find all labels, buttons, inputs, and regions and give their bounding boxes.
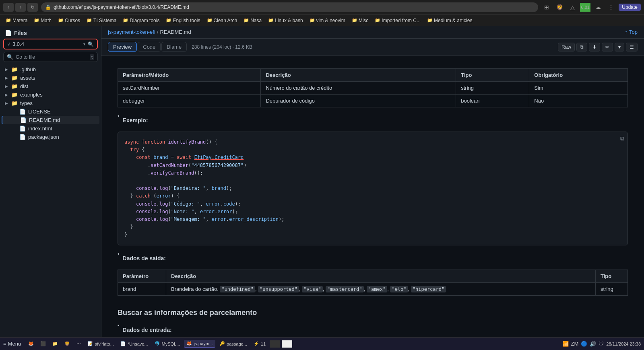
bookmark-medium[interactable]: 📁 Medium & articles bbox=[425, 17, 475, 24]
folder-icon: 📁 bbox=[310, 18, 315, 23]
taskbar-item-passage[interactable]: 🔑 passage... bbox=[217, 340, 250, 347]
copy-button[interactable]: ⧉ bbox=[576, 43, 587, 51]
outline-button[interactable]: ☰ bbox=[626, 43, 638, 51]
tree-item-license[interactable]: 📄 LICENSE bbox=[2, 107, 99, 116]
tab-code[interactable]: Code bbox=[138, 42, 161, 52]
taskbar-item-afviriato[interactable]: 📝 afviriato... bbox=[85, 340, 116, 347]
brave-rewards-icon[interactable]: △ bbox=[567, 3, 578, 12]
content-scroll[interactable]: Parâmetro/Método Descrição Tipo Obrigató… bbox=[101, 56, 644, 337]
taskbar-item-unsave[interactable]: 📄 *Unsave... bbox=[118, 340, 151, 347]
tree-item-index[interactable]: 📄 index.html bbox=[2, 124, 99, 133]
folder-icon: 📁 bbox=[427, 18, 433, 23]
taskbar-brave[interactable]: 🦁 bbox=[62, 340, 72, 347]
cell-desc: Número do cartão de crédito bbox=[261, 82, 456, 95]
taskbar-item-mysql[interactable]: 🐬 MySQL... bbox=[152, 340, 183, 347]
settings-icon[interactable]: ⋮ bbox=[606, 3, 616, 12]
app-label: MySQL... bbox=[162, 342, 180, 346]
forward-button[interactable]: › bbox=[15, 3, 26, 12]
edit-button[interactable]: ✏ bbox=[602, 43, 613, 51]
taskbar-item-js-payment[interactable]: 🦊 js-paym... bbox=[184, 340, 215, 348]
item-label: types bbox=[20, 100, 33, 106]
folder-icon: 📁 bbox=[11, 83, 18, 89]
dropdown-arrow-icon: ▾ bbox=[83, 42, 85, 46]
branch-name: 3.0.4 bbox=[12, 41, 81, 47]
bookmark-label: Diagram tools bbox=[130, 18, 159, 23]
bookmark-label: Nasa bbox=[250, 18, 262, 23]
table-row: brand Brandeira do cartão. "undefined", … bbox=[118, 283, 628, 296]
brave-icon[interactable]: 🦁 bbox=[554, 3, 565, 12]
taskbar-color-blocks bbox=[270, 340, 294, 348]
taskbar-terminal[interactable]: ⬛ bbox=[38, 340, 48, 347]
back-button[interactable]: ‹ bbox=[3, 3, 14, 12]
file-tree: ▶ 📁 .github ▶ 📁 assets ▶ 📁 dist ▶ 📁 exam… bbox=[0, 65, 101, 337]
bookmark-matera[interactable]: 📁 Matera bbox=[3, 17, 30, 24]
bookmark-imported[interactable]: 📁 Imported from C... bbox=[372, 17, 423, 24]
sync-icon[interactable]: ☁ bbox=[593, 3, 603, 12]
firefox-icon: 🦊 bbox=[28, 341, 34, 346]
lock-icon: 🔒 bbox=[45, 4, 51, 10]
bookmark-label: Math bbox=[41, 18, 52, 23]
extensions-icon[interactable]: ⊞ bbox=[541, 3, 552, 12]
breadcrumb-repo[interactable]: js-payment-token-efi bbox=[108, 29, 155, 35]
bookmark-vim[interactable]: 📁 vim & neovim bbox=[307, 17, 348, 24]
content-header: js-payment-token-efi / README.md ↑ Top bbox=[101, 26, 644, 39]
tab-blame[interactable]: Blame bbox=[161, 42, 187, 52]
taskbar-badge[interactable]: ⚡ 11 bbox=[251, 340, 268, 347]
tab-preview[interactable]: Preview bbox=[108, 42, 137, 52]
bookmark-clean-arch[interactable]: 📁 Clean Arch bbox=[204, 17, 240, 24]
branch-icon: ⑂ bbox=[7, 41, 10, 47]
bookmark-diagram[interactable]: 📁 Diagram tools bbox=[120, 17, 162, 24]
bullet-icon: • bbox=[118, 113, 120, 119]
tree-item-github[interactable]: ▶ 📁 .github bbox=[2, 65, 99, 74]
bookmark-english[interactable]: 📁 English tools bbox=[163, 17, 202, 24]
app-label: afviriato... bbox=[95, 342, 114, 346]
cell-param: debugger bbox=[118, 95, 261, 107]
bookmark-cursos[interactable]: 📁 Cursos bbox=[56, 17, 83, 24]
search-icon[interactable]: 🔍 bbox=[88, 41, 94, 47]
cell-desc: Brandeira do cartão. "undefined", "unsup… bbox=[166, 283, 596, 296]
files-icon: 📁 bbox=[52, 341, 58, 346]
file-icon: 📄 bbox=[19, 134, 26, 140]
code-copy-button[interactable]: ⧉ bbox=[620, 135, 624, 142]
top-link[interactable]: ↑ Top bbox=[625, 29, 638, 35]
folder-icon: 📁 bbox=[166, 18, 171, 23]
folder-icon: 📁 bbox=[268, 18, 274, 23]
breadcrumb-separator: / bbox=[157, 29, 159, 35]
raw-button[interactable]: Raw bbox=[558, 43, 575, 51]
item-label: examples bbox=[20, 92, 43, 98]
badge-icon: ⚡ bbox=[254, 341, 259, 346]
more-button[interactable]: ▾ bbox=[615, 43, 624, 51]
goto-file[interactable]: 🔍 Go to file t bbox=[3, 52, 98, 62]
app-icon: 🔑 bbox=[219, 341, 225, 346]
tree-item-assets[interactable]: ▶ 📁 assets bbox=[2, 74, 99, 82]
item-label: assets bbox=[20, 75, 35, 81]
taskbar-start[interactable]: ≡ Menu bbox=[3, 341, 21, 347]
bookmark-nasa[interactable]: 📁 Nasa bbox=[241, 17, 264, 24]
refresh-button[interactable]: ↻ bbox=[27, 3, 38, 12]
color-block-1 bbox=[270, 340, 280, 348]
tree-item-dist[interactable]: ▶ 📁 dist bbox=[2, 82, 99, 91]
profile-icon[interactable]: 6.01 bbox=[580, 3, 590, 12]
tree-item-readme[interactable]: 📄 README.md bbox=[2, 116, 99, 124]
badge-count: 11 bbox=[261, 342, 266, 346]
tree-item-examples[interactable]: ▶ 📁 examples bbox=[2, 91, 99, 99]
bullet-icon: • bbox=[118, 251, 120, 257]
bookmark-math[interactable]: 📁 Math bbox=[31, 17, 54, 24]
dados-saida-section: • Dados de saída: bbox=[118, 250, 628, 265]
taskbar-dots[interactable]: ⋯ bbox=[74, 340, 83, 347]
update-button[interactable]: Update bbox=[619, 4, 641, 11]
tree-item-package[interactable]: 📄 package.json bbox=[2, 133, 99, 141]
expand-icon: ▶ bbox=[5, 84, 9, 89]
app-icon: 🦊 bbox=[186, 341, 192, 346]
branch-selector[interactable]: ⑂ 3.0.4 ▾ 🔍 bbox=[3, 39, 98, 49]
download-button[interactable]: ⬇ bbox=[589, 43, 600, 51]
bookmark-misc[interactable]: 📁 Misc bbox=[349, 17, 371, 24]
taskbar-firefox[interactable]: 🦊 bbox=[26, 340, 36, 347]
bookmark-label: Cursos bbox=[65, 18, 80, 23]
bookmark-ti-sistema[interactable]: 📁 TI Sistema bbox=[84, 17, 119, 24]
tree-item-types[interactable]: ▶ 📁 types bbox=[2, 99, 99, 107]
col-header-type: Tipo bbox=[456, 69, 529, 82]
bookmark-linux[interactable]: 📁 Linux & bash bbox=[266, 17, 305, 24]
taskbar-files[interactable]: 📁 bbox=[50, 340, 60, 347]
address-bar[interactable]: 🔒 github.com/efipay/js-payment-token-efi… bbox=[41, 2, 538, 12]
